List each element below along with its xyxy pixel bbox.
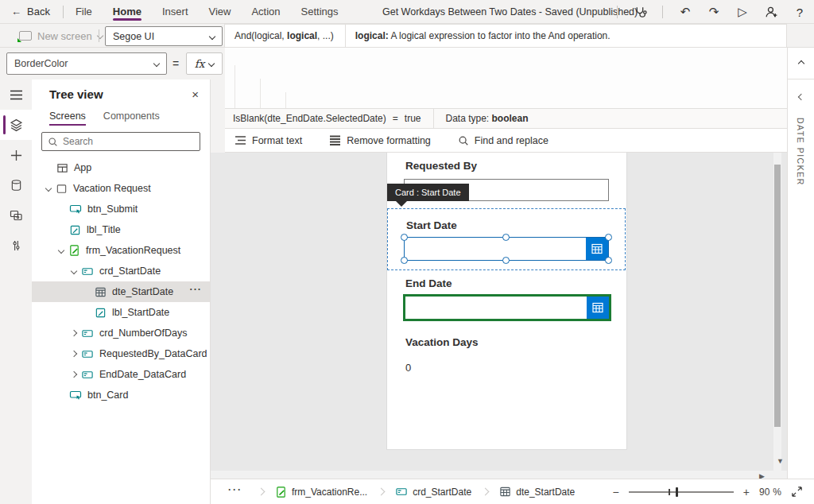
resize-handle[interactable] <box>605 234 612 241</box>
menu-file[interactable]: File <box>65 0 103 23</box>
chevron-right-icon[interactable] <box>71 330 77 336</box>
data-sources-icon[interactable] <box>0 170 32 200</box>
tab-components[interactable]: Components <box>103 110 160 126</box>
search-input[interactable] <box>63 136 190 147</box>
zoom-in-button[interactable]: + <box>743 486 750 498</box>
end-date-picker[interactable] <box>403 294 611 321</box>
hint-description: logical: A logical expression to factor … <box>346 30 620 41</box>
tree-item-crd-numberofdays[interactable]: crd_NumberOfDays <box>32 323 210 343</box>
back-button[interactable]: ← Back <box>0 0 61 23</box>
tree-item-dte-startdate[interactable]: dte_StartDate··· <box>32 281 210 302</box>
close-icon[interactable]: × <box>192 87 199 101</box>
new-screen-label: New screen <box>37 30 92 42</box>
tree-tabs: Screens Components <box>32 101 210 126</box>
menu-settings[interactable]: Settings <box>291 0 349 23</box>
media-icon[interactable] <box>0 200 32 231</box>
breadcrumb-crd-startdate[interactable]: crd_StartDate <box>389 486 478 498</box>
formula-bar-collapse-button[interactable] <box>787 48 814 79</box>
share-icon[interactable] <box>763 4 779 20</box>
remove-formatting-button[interactable]: Remove formatting <box>329 135 431 146</box>
tree-item-app[interactable]: App <box>32 157 210 178</box>
formula-format-toolbar: Format text Remove formatting Find and r… <box>225 129 787 153</box>
help-icon[interactable]: ? <box>792 4 808 20</box>
tab-screens[interactable]: Screens <box>49 110 86 126</box>
app-checker-icon[interactable] <box>632 4 648 20</box>
preview-play-icon[interactable]: ▷ <box>735 4 750 20</box>
menu-action[interactable]: Action <box>241 0 290 23</box>
insert-plus-icon[interactable] <box>0 140 32 170</box>
tree-item-label: EndDate_DataCard <box>99 369 186 380</box>
tree-item-vacation-request[interactable]: Vacation Request <box>32 178 210 199</box>
advanced-tools-icon[interactable] <box>0 231 32 261</box>
chevron-down-icon[interactable] <box>71 268 77 274</box>
tree-view-panel: Tree view × Screens Components AppVacati… <box>32 79 211 504</box>
fx-dropdown[interactable]: fx <box>186 52 223 75</box>
chevron-right-icon[interactable] <box>71 371 77 378</box>
new-screen-button[interactable]: New screen <box>19 24 103 48</box>
property-dropdown[interactable]: BorderColor <box>6 52 167 75</box>
zoom-out-button[interactable]: − <box>613 486 619 498</box>
tree-item-enddate-datacard[interactable]: EndDate_DataCard <box>32 364 210 385</box>
tree-view-icon[interactable] <box>0 110 32 140</box>
formula-hint-panel: And(logical, logical, ...) logical: A lo… <box>224 24 787 48</box>
zoom-slider[interactable] <box>629 491 734 493</box>
scroll-down-arrow[interactable]: ▼ <box>777 457 784 465</box>
calendar-icon[interactable] <box>586 238 608 260</box>
tree-item-lbl-title[interactable]: lbl_Title <box>32 219 210 240</box>
screen-icon <box>56 183 68 195</box>
hamburger-menu-icon[interactable] <box>0 79 32 110</box>
design-canvas[interactable]: Requested By Card : Start Date Start Dat… <box>211 153 787 479</box>
tree-search-box[interactable] <box>41 132 200 151</box>
formula-editor[interactable]: If( And( Or( Weekday(Self.SelectedDate) … <box>225 48 787 109</box>
breadcrumb-frm-vacationre-[interactable]: frm_VacationRe... <box>269 486 374 498</box>
tree-item-label: App <box>74 162 91 173</box>
horizontal-scrollbar[interactable]: ▶ <box>211 471 787 479</box>
zoom-controls: − + 90% <box>613 486 803 498</box>
start-date-card-selection[interactable]: Start Date <box>387 208 626 270</box>
format-text-button[interactable]: Format text <box>235 135 302 146</box>
font-family-dropdown[interactable]: Segoe UI <box>105 26 223 46</box>
find-replace-label: Find and replace <box>475 135 548 146</box>
zoom-slider-handle[interactable] <box>676 487 678 497</box>
menu-insert[interactable]: Insert <box>152 0 199 23</box>
breadcrumb-dte-startdate[interactable]: dte_StartDate <box>493 486 581 498</box>
left-navigation-rail <box>0 79 32 504</box>
label-icon <box>95 307 107 319</box>
chevron-right-icon[interactable] <box>71 351 77 357</box>
tree-item-btn-submit[interactable]: btn_Submit <box>32 199 210 219</box>
tree-item-crd-startdate[interactable]: crd_StartDate <box>32 261 210 281</box>
fullscreen-icon[interactable] <box>791 486 803 498</box>
tree-item-requestedby-datacard[interactable]: RequestedBy_DataCard <box>32 343 210 364</box>
resize-handle[interactable] <box>605 257 612 264</box>
redo-icon[interactable]: ↷ <box>706 4 722 20</box>
scrollbar-thumb[interactable] <box>774 165 781 427</box>
breadcrumb-overflow-button[interactable]: ··· <box>211 484 254 500</box>
tree-item-label: btn_Submit <box>87 204 138 215</box>
card-icon <box>81 328 94 339</box>
resize-handle[interactable] <box>502 234 510 241</box>
menu-home[interactable]: Home <box>103 0 152 23</box>
tree-item-lbl-startdate[interactable]: lbl_StartDate <box>32 302 210 323</box>
item-more-options-button[interactable]: ··· <box>190 284 203 295</box>
start-date-picker[interactable] <box>404 237 609 261</box>
tree-item-frm-vacationrequest[interactable]: frm_VacationRequest <box>32 240 210 261</box>
menu-view[interactable]: View <box>199 0 242 23</box>
format-text-icon <box>235 135 246 145</box>
expand-panel-button[interactable] <box>788 87 814 107</box>
data-type: Data type: boolean <box>434 113 528 124</box>
tree-item-label: crd_StartDate <box>99 266 161 277</box>
resize-handle[interactable] <box>502 257 510 264</box>
search-icon <box>48 137 58 147</box>
vertical-scrollbar[interactable] <box>773 153 781 471</box>
chevron-down-icon[interactable] <box>58 247 64 254</box>
resize-handle[interactable] <box>401 234 408 241</box>
divider <box>63 6 64 18</box>
calendar-icon[interactable] <box>587 297 609 319</box>
chevron-down-icon[interactable] <box>45 185 52 192</box>
undo-icon[interactable]: ↶ <box>677 4 693 20</box>
calendar-icon <box>499 486 511 498</box>
find-replace-button[interactable]: Find and replace <box>458 135 548 146</box>
resize-handle[interactable] <box>401 257 408 264</box>
tree-item-btn-card[interactable]: btn_Card <box>32 385 210 405</box>
scroll-right-arrow[interactable]: ▶ <box>759 472 765 479</box>
